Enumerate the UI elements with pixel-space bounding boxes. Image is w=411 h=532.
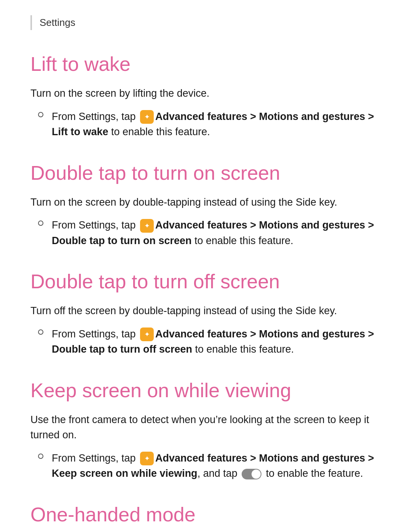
section-desc-lift-to-wake: Turn on the screen by lifting the device…: [30, 86, 381, 101]
bullet-list-keep-screen-on: From Settings, tap Advanced features > M…: [30, 451, 381, 481]
section-title-lift-to-wake: Lift to wake: [30, 49, 381, 79]
section-desc-keep-screen-on: Use the front camera to detect when you’…: [30, 412, 381, 443]
section-desc-double-tap-on: Turn on the screen by double-tapping ins…: [30, 195, 381, 210]
section-title-double-tap-on: Double tap to turn on screen: [30, 158, 381, 188]
settings-icon: [140, 110, 154, 124]
section-title-one-handed-mode: One-handed mode: [30, 500, 381, 529]
bold-text: Advanced features > Motions and gestures…: [52, 111, 374, 138]
section-title-keep-screen-on: Keep screen on while viewing: [30, 375, 381, 405]
bullet-circle-icon: [38, 220, 43, 226]
toggle-icon: [242, 469, 261, 479]
bullet-item: From Settings, tap Advanced features > M…: [38, 451, 381, 481]
section-desc-double-tap-off: Turn off the screen by double-tapping in…: [30, 303, 381, 319]
breadcrumb: Settings: [30, 15, 381, 30]
bold-text: Advanced features > Motions and gestures…: [52, 452, 374, 479]
bullet-item: From Settings, tap Advanced features > M…: [38, 326, 381, 357]
bullet-circle-icon: [38, 329, 43, 335]
bold-text: Advanced features > Motions and gestures…: [52, 328, 374, 355]
bullet-item: From Settings, tap Advanced features > M…: [38, 109, 381, 140]
section-title-double-tap-off: Double tap to turn off screen: [30, 267, 381, 296]
bold-text: Advanced features > Motions and gestures…: [52, 219, 374, 246]
bullet-list-double-tap-on: From Settings, tap Advanced features > M…: [30, 217, 381, 248]
main-content: Lift to wakeTurn on the screen by liftin…: [30, 49, 381, 532]
settings-icon: [140, 328, 154, 341]
settings-icon: [140, 219, 154, 233]
bullet-item: From Settings, tap Advanced features > M…: [38, 217, 381, 248]
bullet-list-lift-to-wake: From Settings, tap Advanced features > M…: [30, 109, 381, 140]
bullet-circle-icon: [38, 112, 43, 117]
bullet-text: From Settings, tap Advanced features > M…: [52, 217, 381, 248]
bullet-list-double-tap-off: From Settings, tap Advanced features > M…: [30, 326, 381, 357]
settings-icon: [140, 452, 154, 465]
bullet-text: From Settings, tap Advanced features > M…: [52, 109, 381, 140]
bullet-text: From Settings, tap Advanced features > M…: [52, 326, 381, 357]
bullet-text: From Settings, tap Advanced features > M…: [52, 451, 381, 481]
bullet-circle-icon: [38, 454, 43, 459]
